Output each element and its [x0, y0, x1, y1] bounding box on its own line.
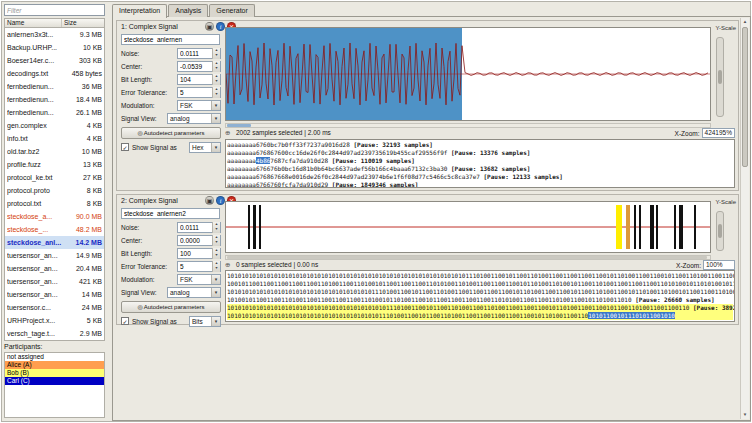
file-row[interactable]: gen.complex4 KB [5, 119, 104, 132]
show-signal-combobox[interactable]: Bits ▾ [189, 316, 221, 327]
signal2-name-input[interactable] [121, 208, 220, 219]
save-signal-icon[interactable]: ▣ [205, 196, 214, 205]
file-row[interactable]: fernbedienun...36 MB [5, 80, 104, 93]
signal-info-icon[interactable]: i [216, 196, 225, 205]
signal-view-combobox[interactable]: analog ▾ [167, 113, 221, 124]
file-row[interactable]: Boeser14er.c...303 KB [5, 54, 104, 67]
spin-arrows-icon[interactable]: ▲▼ [212, 261, 220, 272]
protocol-message[interactable]: aaaaaaaa4b867687cfa7da910d28 [Pause: 110… [227, 157, 733, 165]
participant-row[interactable]: not assigned [5, 353, 104, 361]
file-row[interactable]: steckdose_a...90.0 MB [5, 210, 104, 223]
signal2-hscrollbar[interactable] [225, 255, 711, 260]
file-row[interactable]: steckdose_...48.2 MB [5, 223, 104, 236]
modulation-combobox[interactable]: FSK ▾ [177, 100, 221, 111]
scroll-up-icon[interactable]: ▲ [741, 18, 749, 26]
signal2-waveform[interactable] [225, 201, 711, 253]
signal2-protocol-view[interactable]: 1010101010101010101010101010101010101010… [225, 270, 735, 322]
file-row[interactable]: steckdose_anl...14.2 MB [5, 236, 104, 249]
participant-row[interactable]: Carl (C) [5, 377, 104, 385]
scrollbar-handle[interactable] [742, 27, 748, 167]
file-row[interactable]: fernbedienun...26.1 MB [5, 106, 104, 119]
show-signal-checkbox[interactable]: ✓ [121, 317, 129, 325]
file-name: old.tar.bz2 [7, 145, 80, 158]
file-row[interactable]: tuersensor_an...421 KB [5, 275, 104, 288]
interpretation-view: 1: Complex Signal ▣ i ✕ Noise: ▲▼ Center… [112, 16, 751, 421]
signal1-protocol-view[interactable]: aaaaaaaa6760bc7b0ff33f7237a9016d28 [Paus… [225, 139, 735, 188]
message-data: aaaaaaaa6766760fcfa7da910d29 [227, 181, 328, 188]
signal1-waveform[interactable] [225, 27, 711, 121]
spin-arrows-icon[interactable]: ▲▼ [212, 61, 220, 72]
xzoom-value[interactable]: 100% [703, 260, 735, 270]
protocol-message[interactable]: 1001011001100110011001100110100110011010… [227, 280, 733, 288]
file-row[interactable]: tuersensor_an...14.9 MB [5, 249, 104, 262]
hscroll-handle[interactable] [227, 124, 251, 127]
center-label: Center: [121, 237, 142, 244]
file-row[interactable]: URHProject.x...5 KB [5, 314, 104, 327]
protocol-message[interactable]: aaaaaaaa6766760fcfa7da910d29 [Pause: 184… [227, 181, 733, 188]
zoom-selection-icon[interactable]: ⊕ [225, 129, 234, 137]
protocol-message[interactable]: aaaaaaaa6760bc7b0ff33f7237a9016d28 [Paus… [227, 141, 733, 149]
file-row[interactable]: protocol.txt8 KB [5, 197, 104, 210]
protocol-message[interactable]: 1010101010101010101010101010101010101010… [227, 272, 733, 280]
protocol-message[interactable]: 1010101010101010101010101010101010101010… [227, 304, 733, 312]
participant-row[interactable]: Bob (B) [5, 369, 104, 377]
yscale-slider[interactable] [716, 37, 724, 117]
file-row[interactable]: info.txt4 KB [5, 132, 104, 145]
tab-interpretation[interactable]: Interpretation [112, 4, 167, 18]
autodetect-button[interactable]: ◎Autodetect parameters [121, 127, 221, 139]
participants-list[interactable]: not assignedAlice (A)Bob (B)Carl (C) [4, 352, 105, 418]
signal-info-icon[interactable]: i [216, 22, 225, 31]
signal-view-combobox[interactable]: analog ▾ [167, 287, 221, 298]
show-signal-checkbox[interactable]: ✓ [121, 143, 129, 151]
protocol-message[interactable]: 1010101010101010101010101010101010101010… [227, 312, 733, 320]
save-signal-icon[interactable]: ▣ [205, 22, 214, 31]
file-row[interactable]: old.tar.bz210 MB [5, 145, 104, 158]
file-row[interactable]: tuersensor.c...24 MB [5, 301, 104, 314]
file-size: 8 KB [85, 184, 102, 197]
file-list-header[interactable]: Name Size [4, 18, 105, 28]
file-row[interactable]: tuersensor_an...20.4 MB [5, 262, 104, 275]
file-row[interactable]: versch_tage.t...2.9 MB [5, 327, 104, 340]
file-row[interactable]: fernbedienun...18.4 MB [5, 93, 104, 106]
spin-arrows-icon[interactable]: ▲▼ [212, 248, 220, 259]
column-size[interactable]: Size [62, 19, 104, 27]
xzoom-value[interactable]: 424195% [702, 128, 735, 138]
scroll-down-icon[interactable]: ▼ [741, 411, 749, 419]
signal1-hscrollbar[interactable] [225, 123, 711, 128]
spin-arrows-icon[interactable]: ▲▼ [212, 74, 220, 85]
yscale-slider-handle[interactable] [718, 224, 722, 238]
zoom-selection-icon[interactable]: ⊕ [225, 261, 234, 269]
spin-arrows-icon[interactable]: ▲▼ [212, 87, 220, 98]
hscroll-handle[interactable] [227, 256, 707, 259]
signal-view-label: Signal View: [121, 115, 157, 122]
tab-generator[interactable]: Generator [209, 4, 255, 17]
main-vertical-scrollbar[interactable]: ▲ ▼ [740, 18, 749, 419]
protocol-message[interactable]: 1010101010101010101010101010101010101010… [227, 288, 733, 296]
file-row[interactable]: protocol.proto8 KB [5, 184, 104, 197]
autodetect-button[interactable]: ◎Autodetect parameters [121, 301, 221, 313]
modulation-combobox[interactable]: FSK ▾ [177, 274, 221, 285]
protocol-message[interactable]: aaaaaaaa676867668e0016de26f0c2844d97ad23… [227, 173, 733, 181]
spin-arrows-icon[interactable]: ▲▼ [212, 235, 220, 246]
file-row[interactable]: protocol_ke.txt27 KB [5, 171, 104, 184]
tab-analysis[interactable]: Analysis [168, 4, 208, 17]
participant-row[interactable]: Alice (A) [5, 361, 104, 369]
protocol-message[interactable]: 1010010110011001101001100110011001100110… [227, 296, 733, 304]
yscale-slider[interactable] [716, 211, 724, 251]
signal1-name-input[interactable] [121, 34, 220, 45]
yscale-slider-handle[interactable] [718, 70, 722, 84]
file-row[interactable]: profile.fuzz13 KB [5, 158, 104, 171]
protocol-message[interactable]: aaaaaaaa676867600cc16de26f0c2844d97ad239… [227, 149, 733, 157]
file-list[interactable]: anlernen3x3t...9.3 MBBackup.URHP...10 KB… [4, 28, 105, 341]
filter-input[interactable] [4, 4, 105, 16]
file-row[interactable]: decodings.txt458 bytes [5, 67, 104, 80]
file-row[interactable]: tuersensor_an...14 MB [5, 288, 104, 301]
column-name[interactable]: Name [5, 19, 62, 27]
protocol-message[interactable]: aaaaaaaa676676b0bc16d81b0b64bc6637adef56… [227, 165, 733, 173]
file-row[interactable]: Backup.URHP...10 KB [5, 41, 104, 54]
xzoom-control: X-Zoom: 424195% [675, 128, 735, 138]
show-signal-combobox[interactable]: Hex ▾ [189, 142, 221, 153]
file-row[interactable]: anlernen3x3t...9.3 MB [5, 28, 104, 41]
spin-arrows-icon[interactable]: ▲▼ [212, 222, 220, 233]
spin-arrows-icon[interactable]: ▲▼ [212, 48, 220, 59]
